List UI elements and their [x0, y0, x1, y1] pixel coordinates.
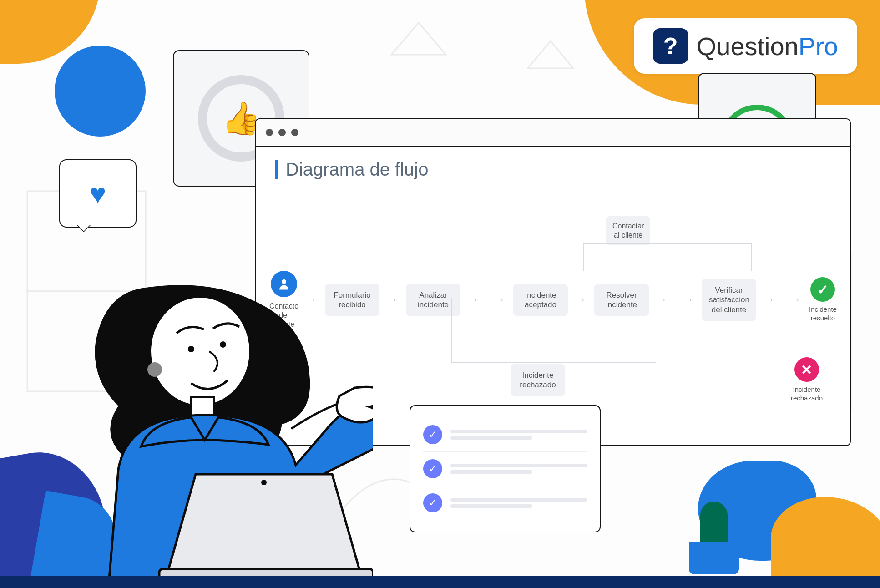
cactus-illustration [684, 497, 743, 574]
flow-connector [451, 298, 452, 362]
arrow-icon: → [657, 294, 667, 306]
flow-decision-2 [668, 292, 683, 308]
placeholder-lines [450, 427, 587, 442]
decor-blob-orange-bottom-right [771, 497, 880, 588]
flow-end-success: ✓ Incidente resuelto [809, 277, 837, 323]
flow-reject-row: Incidente rechazado ✕ Incidente rechazad… [511, 357, 823, 403]
page-title: Diagrama de flujo [286, 159, 429, 180]
arrow-icon: → [495, 294, 505, 306]
flow-node-accepted: Incidente aceptado [513, 284, 568, 316]
svg-point-7 [188, 346, 194, 352]
bottom-accent-bar [0, 576, 880, 588]
x-circle-icon: ✕ [794, 357, 819, 382]
flow-node-verify: Verificar satisfacción del cliente [702, 279, 756, 321]
check-circle-icon: ✓ [423, 459, 442, 478]
decor-blob-blue-top-left [55, 46, 146, 137]
window-dot-icon [291, 129, 298, 136]
flow-end-fail: ✕ Incidente rechazado [791, 357, 823, 403]
arrow-icon: → [791, 294, 801, 306]
questionpro-mark-icon: ? [653, 28, 688, 64]
svg-point-11 [261, 480, 267, 485]
flow-connector [583, 243, 752, 271]
check-circle-icon: ✓ [423, 425, 442, 444]
svg-point-6 [147, 362, 162, 377]
person-illustration [55, 215, 373, 579]
heart-icon: ♥ [90, 177, 106, 210]
title-accent-bar [275, 160, 278, 179]
flow-decision-3 [775, 292, 790, 308]
check-circle-icon: ✓ [810, 277, 835, 302]
arrow-icon: → [469, 294, 479, 306]
flow-decision-1 [479, 292, 495, 308]
illustration-canvas: ? QuestionPro 👍 ♥ ☺ NPS Diagrama de fluj… [0, 0, 880, 588]
arrow-icon: → [388, 294, 398, 306]
checklist-card: ✓ ✓ ✓ [410, 405, 601, 532]
window-dot-icon [266, 129, 273, 136]
arrow-icon: → [764, 294, 774, 306]
checklist-item: ✓ [423, 486, 587, 520]
arrow-icon: → [683, 294, 693, 306]
flow-node-resolve: Resolver incidente [594, 284, 649, 316]
browser-titlebar [256, 119, 850, 147]
questionpro-logo-badge: ? QuestionPro [634, 18, 857, 74]
flow-node-rejected: Incidente rechazado [511, 364, 565, 396]
placeholder-lines [450, 461, 587, 476]
arrow-icon: → [576, 294, 586, 306]
questionpro-wordmark: QuestionPro [697, 31, 838, 61]
flow-node-contact-client: Contactar al cliente [606, 216, 650, 245]
check-circle-icon: ✓ [423, 493, 442, 512]
svg-point-8 [220, 341, 226, 348]
svg-point-5 [150, 297, 250, 406]
checklist-item: ✓ [423, 418, 587, 452]
page-title-row: Diagrama de flujo [256, 147, 850, 184]
placeholder-lines [450, 495, 587, 511]
flow-node-analyze: Analizar incidente [406, 284, 460, 316]
window-dot-icon [278, 129, 286, 136]
checklist-item: ✓ [423, 452, 587, 486]
